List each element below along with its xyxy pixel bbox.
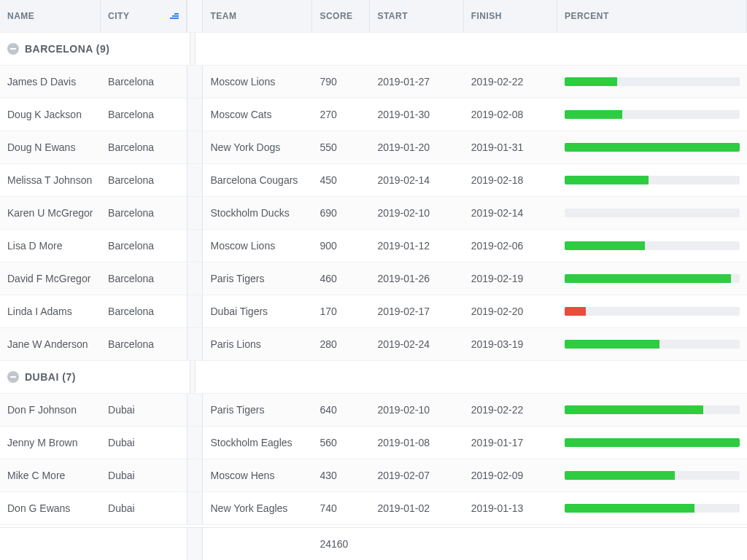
group-row[interactable]: DUBAI (7) <box>0 361 747 394</box>
cell-city: Barcelona <box>101 131 187 164</box>
percent-fill <box>565 307 586 316</box>
cell-start: 2019-01-27 <box>370 66 463 98</box>
percent-fill <box>565 176 649 184</box>
percent-track <box>565 209 740 217</box>
table-row[interactable]: Doug K JacksonBarcelonaMoscow Cats270201… <box>0 98 747 131</box>
cell-name: David F McGregor <box>0 262 101 295</box>
percent-track <box>565 176 740 184</box>
cell-finish: 2019-02-22 <box>464 66 557 98</box>
cell-name: Doug K Jackson <box>0 98 101 131</box>
cell-name: Jenny M Brown <box>0 427 101 459</box>
table-row[interactable]: Melissa T JohnsonBarcelonaBarcelona Coug… <box>0 164 747 197</box>
cell-city: Barcelona <box>101 66 187 98</box>
frozen-separator <box>187 98 203 131</box>
percent-track <box>565 274 740 283</box>
percent-track <box>565 307 740 316</box>
cell-percent <box>557 164 747 197</box>
cell-start: 2019-01-12 <box>370 230 463 262</box>
cell-finish: 2019-01-17 <box>464 427 557 459</box>
cell-team: Dubai Tigers <box>203 295 312 328</box>
cell-name: Mike C More <box>0 459 101 492</box>
cell-city: Dubai <box>101 427 187 459</box>
collapse-icon[interactable] <box>7 43 19 55</box>
cell-name: Don F Johnson <box>0 394 101 427</box>
percent-fill <box>565 274 731 283</box>
table-row[interactable]: Doug N EwansBarcelonaNew York Dogs550201… <box>0 131 747 164</box>
cell-finish: 2019-01-13 <box>464 492 557 525</box>
cell-score: 900 <box>312 230 370 262</box>
grid-body[interactable]: BARCELONA (9)James D DavisBarcelonaMosco… <box>0 33 747 527</box>
footer-row: 24160 <box>0 527 747 560</box>
table-row[interactable]: Linda I AdamsBarcelonaDubai Tigers170201… <box>0 295 747 328</box>
cell-start: 2019-02-07 <box>370 459 463 492</box>
cell-percent <box>557 328 747 361</box>
table-row[interactable]: Don F JohnsonDubaiParis Tigers6402019-02… <box>0 394 747 427</box>
cell-percent <box>557 394 747 427</box>
cell-start: 2019-02-17 <box>370 295 463 328</box>
cell-score: 550 <box>312 131 370 164</box>
table-row[interactable]: Don G EwansDubaiNew York Eagles7402019-0… <box>0 492 747 525</box>
frozen-separator <box>187 262 203 295</box>
cell-city: Barcelona <box>101 295 187 328</box>
group-row[interactable]: BARCELONA (9) <box>0 33 747 66</box>
cell-score: 690 <box>312 197 370 230</box>
table-row[interactable]: David F McGregorBarcelonaParis Tigers460… <box>0 262 747 295</box>
cell-name: Melissa T Johnson <box>0 164 101 197</box>
cell-finish: 2019-02-19 <box>464 262 557 295</box>
table-row[interactable]: Jenny M BrownDubaiStockholm Eagles560201… <box>0 427 747 459</box>
cell-score: 740 <box>312 492 370 525</box>
header-row: Name City Team Score Start Finish Percen… <box>0 0 747 33</box>
footer-name <box>0 528 101 560</box>
cell-city: Barcelona <box>101 164 187 197</box>
cell-city: Barcelona <box>101 328 187 361</box>
header-finish[interactable]: Finish <box>464 0 557 33</box>
cell-team: Moscow Hens <box>203 459 312 492</box>
cell-score: 450 <box>312 164 370 197</box>
frozen-separator <box>187 328 203 361</box>
table-row[interactable]: Mike C MoreDubaiMoscow Hens4302019-02-07… <box>0 459 747 492</box>
frozen-separator <box>187 230 203 262</box>
cell-team: Paris Lions <box>203 328 312 361</box>
frozen-separator <box>187 427 203 459</box>
cell-score: 460 <box>312 262 370 295</box>
table-row[interactable]: James D DavisBarcelonaMoscow Lions790201… <box>0 66 747 98</box>
header-percent[interactable]: Percent <box>557 0 747 33</box>
cell-percent <box>557 492 747 525</box>
cell-start: 2019-01-02 <box>370 492 463 525</box>
cell-finish: 2019-02-06 <box>464 230 557 262</box>
percent-fill <box>565 438 740 447</box>
frozen-separator <box>187 295 203 328</box>
cell-team: Moscow Lions <box>203 66 312 98</box>
header-name[interactable]: Name <box>0 0 101 33</box>
percent-track <box>565 405 740 414</box>
cell-city: Dubai <box>101 394 187 427</box>
cell-name: Doug N Ewans <box>0 131 101 164</box>
header-score[interactable]: Score <box>312 0 370 33</box>
sort-asc-icon[interactable] <box>167 10 179 22</box>
cell-name: James D Davis <box>0 66 101 98</box>
group-label: DUBAI (7) <box>25 371 76 383</box>
cell-finish: 2019-02-08 <box>464 98 557 131</box>
header-start[interactable]: Start <box>370 0 463 33</box>
frozen-separator <box>187 459 203 492</box>
cell-team: New York Dogs <box>203 131 312 164</box>
collapse-icon[interactable] <box>7 371 19 383</box>
cell-team: Paris Tigers <box>203 262 312 295</box>
percent-track <box>565 241 740 250</box>
cell-team: Moscow Lions <box>203 230 312 262</box>
cell-percent <box>557 98 747 131</box>
table-row[interactable]: Jane W AndersonBarcelonaParis Lions28020… <box>0 328 747 361</box>
header-city[interactable]: City <box>101 0 187 33</box>
cell-city: Dubai <box>101 492 187 525</box>
cell-team: Stockholm Eagles <box>203 427 312 459</box>
cell-start: 2019-02-14 <box>370 164 463 197</box>
cell-percent <box>557 131 747 164</box>
percent-fill <box>565 77 617 86</box>
cell-finish: 2019-02-18 <box>464 164 557 197</box>
table-row[interactable]: Karen U McGregorBarcelonaStockholm Ducks… <box>0 197 747 230</box>
header-team[interactable]: Team <box>203 0 312 33</box>
table-row[interactable]: Lisa D MoreBarcelonaMoscow Lions9002019-… <box>0 230 747 262</box>
frozen-separator <box>187 66 203 98</box>
cell-finish: 2019-02-09 <box>464 459 557 492</box>
cell-finish: 2019-02-14 <box>464 197 557 230</box>
